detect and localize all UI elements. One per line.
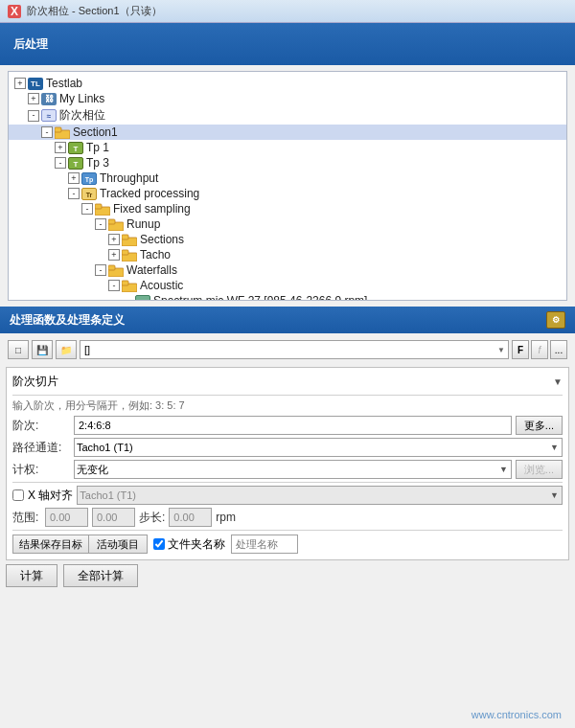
tree-item-label: Spectrum mic WF 27 [985.46-2266.9 rpm] (153, 294, 367, 301)
new-button[interactable]: □ (8, 340, 29, 359)
folder-icon (108, 218, 124, 231)
window-icon: X (8, 5, 21, 18)
function-dropdown[interactable] (80, 340, 509, 359)
track-select[interactable]: Tacho1 (T1) (74, 438, 563, 457)
tracked-icon: Tr (81, 188, 97, 200)
track-label: 路径通道: (12, 440, 70, 456)
tree-item[interactable]: -≈阶次相位 (9, 106, 566, 125)
more-button[interactable]: ... (550, 340, 567, 359)
links-icon: ⛓ (41, 93, 57, 105)
tree-item-label: Fixed sampling (113, 202, 191, 216)
tree-item[interactable]: -TTp 3 (9, 155, 566, 171)
xaxis-select[interactable]: Tacho1 (T1) (77, 486, 563, 505)
params-header: 处理函数及处理条定义 ⚙ (0, 307, 575, 333)
tree-item[interactable]: +TpThroughput (9, 171, 566, 186)
svg-rect-9 (122, 250, 128, 255)
tree-item-label: Testlab (46, 77, 82, 90)
folder-icon (122, 249, 137, 262)
all-calc-button[interactable]: 全部计算 (63, 564, 138, 587)
step-input[interactable] (169, 508, 212, 527)
tree-expand-button[interactable]: + (28, 93, 39, 104)
tp-icon: T (68, 157, 83, 170)
tree-item-label: Tp 1 (86, 141, 109, 154)
calc-button[interactable]: 计算 (6, 564, 58, 587)
range-to-input[interactable] (92, 508, 135, 527)
main-header: 后处理 (0, 23, 575, 65)
svg-rect-5 (108, 219, 115, 224)
signal-icon: ≈ (135, 295, 150, 302)
range-label: 范围: (12, 510, 41, 526)
title-bar: X 阶次相位 - Section1（只读） (0, 0, 575, 23)
tree-expand-button[interactable]: - (41, 126, 53, 138)
tree-item[interactable]: ≈Spectrum mic WF 27 [985.46-2266.9 rpm] (9, 293, 566, 301)
svg-rect-7 (122, 235, 128, 239)
tree-expand-button[interactable]: - (81, 203, 93, 215)
collapse-header[interactable]: 阶次切片 ▼ (12, 372, 563, 392)
tp-icon: T (68, 142, 83, 154)
folder-icon (108, 264, 124, 277)
filename-checkbox[interactable] (153, 538, 165, 550)
tree-expand-button[interactable]: - (68, 188, 80, 199)
tree-expand-button[interactable]: - (95, 218, 106, 230)
tree-item-label: Tacho (140, 248, 171, 262)
calc-select[interactable]: 无变化 (74, 460, 512, 479)
process-name-input[interactable] (231, 535, 298, 554)
more-order-button[interactable]: 更多... (516, 416, 563, 435)
bottom-row: 结果保存目标 活动项目 文件夹名称 (12, 535, 563, 554)
tree-item[interactable]: -TrTracked processing (9, 186, 566, 201)
tree-expand-button[interactable]: + (68, 172, 80, 184)
tree-item[interactable]: -Fixed sampling (9, 201, 566, 216)
track-select-wrapper: Tacho1 (T1) ▼ (74, 438, 563, 457)
active-project-button[interactable]: 活动项目 (89, 535, 148, 554)
font-normal-button[interactable]: F (512, 340, 529, 359)
tree-expand-button[interactable]: + (55, 142, 66, 153)
tree-item[interactable]: +TTp 1 (9, 140, 566, 155)
function-select-wrapper: ▼ (80, 340, 509, 359)
font-italic-button[interactable]: f (531, 340, 548, 359)
svg-rect-1 (55, 127, 61, 132)
svg-rect-11 (108, 265, 115, 270)
tree-item[interactable]: -Acoustic (9, 278, 566, 293)
form-section: 阶次切片 ▼ 输入阶次，用分号隔开，例如: 3: 5: 7 阶次: 更多... … (6, 367, 569, 560)
toolbar-row: □ 💾 📁 ▼ F f ... (6, 337, 569, 362)
order-input[interactable] (74, 416, 512, 435)
font-buttons: F f ... (512, 340, 567, 359)
folder-icon (122, 280, 137, 292)
xaxis-row: X 轴对齐 Tacho1 (T1) ▼ (12, 486, 563, 505)
tree-expand-button[interactable]: + (108, 234, 120, 245)
folder-icon (55, 126, 70, 139)
tree-item[interactable]: +TLTestlab (9, 76, 566, 91)
throughput-icon: Tp (81, 172, 97, 185)
open-button[interactable]: 📁 (56, 340, 77, 359)
tree-panel[interactable]: +TLTestlab+⛓My Links-≈阶次相位-Section1+TTp … (8, 71, 567, 301)
xaxis-checkbox[interactable] (12, 489, 24, 501)
collapse-arrow-icon: ▼ (553, 376, 563, 387)
track-row: 路径通道: Tacho1 (T1) ▼ (12, 438, 563, 457)
save-button[interactable]: 💾 (32, 340, 53, 359)
watermark: www.cntronics.com (472, 709, 562, 720)
tree-item[interactable]: +Tacho (9, 247, 566, 262)
xaxis-label: X 轴对齐 (28, 488, 73, 504)
params-body: □ 💾 📁 ▼ F f ... 阶次切片 ▼ 输入阶次，用分号隔开，例如: 3: (0, 333, 575, 595)
tree-item[interactable]: +Sections (9, 232, 566, 247)
order-hint: 输入阶次，用分号隔开，例如: 3: 5: 7 (12, 398, 563, 413)
tree-expand-button[interactable]: + (14, 78, 26, 89)
tree-expand-button[interactable]: - (55, 157, 66, 169)
range-from-input[interactable] (45, 508, 88, 527)
tree-item[interactable]: -Section1 (9, 125, 566, 140)
tree-item[interactable]: +⛓My Links (9, 91, 566, 106)
main-title: 后处理 (13, 36, 48, 53)
tree-item[interactable]: -Waterfalls (9, 262, 566, 278)
tree-expand-button[interactable]: - (95, 264, 106, 276)
browse-button[interactable]: 浏览... (516, 460, 563, 479)
filename-label: 文件夹名称 (168, 536, 225, 553)
tree-expand-button[interactable]: - (108, 280, 120, 291)
action-row: 计算 全部计算 (6, 564, 569, 587)
tree-item-label: 阶次相位 (59, 107, 105, 124)
tree-expand-button[interactable]: - (28, 110, 39, 122)
tree-item[interactable]: -Runup (9, 216, 566, 232)
tree-item-label: Acoustic (140, 279, 183, 292)
tree-expand-button[interactable]: + (108, 249, 120, 261)
window-title: 阶次相位 - Section1（只读） (27, 4, 162, 18)
result-section: 结果保存目标 活动项目 (12, 535, 148, 554)
